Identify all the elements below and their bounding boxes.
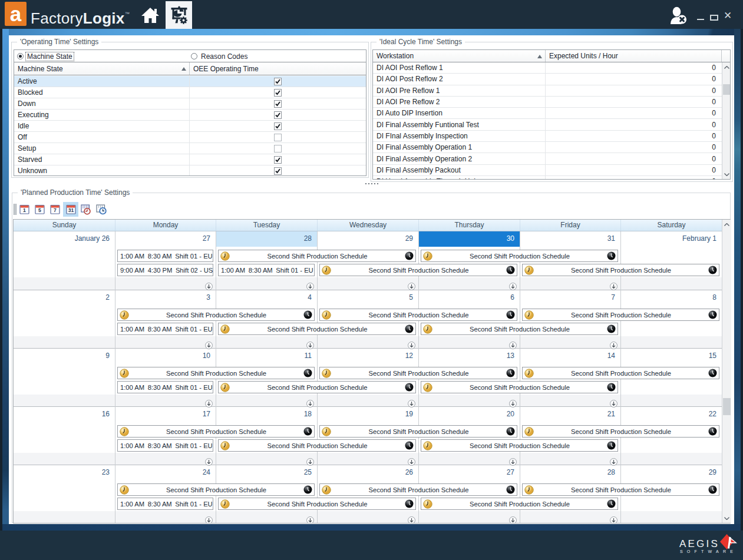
time-scale-button[interactable]: [94, 202, 109, 217]
day-cell-date-label[interactable]: 14: [520, 352, 620, 360]
calendar-event[interactable]: Second Shift Production Schedule: [117, 367, 315, 379]
more-events-button[interactable]: [306, 458, 314, 466]
calendar-event[interactable]: Second Shift Production Schedule: [117, 309, 315, 321]
day-cell-date-label[interactable]: 4: [216, 293, 317, 302]
more-events-button[interactable]: [509, 342, 517, 349]
machine-state-row[interactable]: Unknown: [14, 165, 366, 176]
radio-reason-codes[interactable]: Reason Codes: [191, 51, 249, 61]
work-week-view-button[interactable]: 5: [32, 202, 47, 217]
calendar-event[interactable]: Second Shift Production Schedule: [421, 439, 618, 452]
column-header-expected-units[interactable]: Expected Units / Hour: [545, 50, 721, 62]
calendar-event[interactable]: Second Shift Production Schedule: [522, 425, 719, 438]
workstation-row[interactable]: DI Final Assembly Operation 10: [373, 142, 730, 153]
checkbox-unchecked[interactable]: [274, 134, 282, 141]
column-header-workstation[interactable]: Workstation: [373, 50, 545, 62]
day-cell-date-label[interactable]: 12: [317, 352, 418, 360]
day-cell-date-label[interactable]: 27: [115, 234, 216, 243]
maximize-button[interactable]: [709, 11, 719, 21]
day-cell-date-label[interactable]: 24: [115, 468, 216, 477]
calendar-event[interactable]: Second Shift Production Schedule: [522, 367, 719, 379]
day-cell-date-label[interactable]: 16: [14, 410, 115, 419]
workstation-row[interactable]: DI AOI Pre Reflow 20: [373, 97, 730, 108]
day-cell-date-label[interactable]: 25: [216, 468, 317, 477]
checkbox-checked[interactable]: [274, 78, 282, 85]
machine-state-row[interactable]: Active: [14, 76, 366, 87]
checkbox-checked[interactable]: [274, 122, 282, 130]
workstation-grid-vertical-scrollbar[interactable]: [722, 62, 731, 179]
more-events-button[interactable]: [509, 283, 517, 290]
day-cell-date-label[interactable]: 20: [418, 410, 520, 419]
machine-state-row[interactable]: Blocked: [14, 87, 366, 98]
day-cell-date-label[interactable]: 28: [520, 468, 620, 477]
day-cell-date-label[interactable]: 22: [620, 410, 722, 419]
more-events-button[interactable]: [306, 283, 314, 290]
day-cell-date-label[interactable]: 3: [115, 293, 216, 302]
calendar-event[interactable]: 1:00 AM 8:30 AM Shift 01 - EU: [117, 498, 213, 510]
calendar-event[interactable]: Second Shift Production Schedule: [319, 483, 517, 496]
calendar-event[interactable]: Second Shift Production Schedule: [522, 264, 719, 276]
calendar-vertical-scrollbar[interactable]: [722, 220, 731, 523]
calendar-event[interactable]: Second Shift Production Schedule: [218, 381, 416, 393]
checkbox-checked[interactable]: [274, 100, 282, 108]
more-events-button[interactable]: [205, 342, 213, 349]
day-cell-date-label[interactable]: 9: [14, 352, 115, 360]
scroll-down-button[interactable]: [722, 170, 731, 179]
workstation-row[interactable]: DI AOI Pre Reflow 10: [373, 85, 730, 97]
more-events-button[interactable]: [408, 458, 415, 466]
more-events-button[interactable]: [408, 283, 415, 290]
more-events-button[interactable]: [509, 400, 517, 407]
day-cell-date-label[interactable]: 8: [620, 293, 722, 302]
calendar-event[interactable]: Second Shift Production Schedule: [218, 498, 416, 510]
day-cell-date-label[interactable]: 10: [115, 352, 216, 360]
day-cell-date-label[interactable]: 21: [520, 410, 620, 419]
day-cell-date-label[interactable]: 18: [216, 410, 317, 419]
machine-state-row[interactable]: Idle: [14, 121, 366, 132]
month-view-button[interactable]: 31: [63, 202, 78, 217]
column-header-oee-operating-time[interactable]: OEE Operating Time: [189, 62, 366, 75]
day-cell-date-label[interactable]: 19: [317, 410, 418, 419]
more-events-button[interactable]: [408, 400, 415, 407]
calendar-event[interactable]: 1:00 AM 8:30 AM Shift 01 - EU: [117, 250, 213, 262]
more-events-button[interactable]: [610, 283, 617, 290]
workstation-row[interactable]: DI AOI Post Reflow 20: [373, 74, 730, 85]
scroll-thumb[interactable]: [723, 84, 731, 95]
calendar-event[interactable]: Second Shift Production Schedule: [421, 381, 618, 393]
checkbox-checked[interactable]: [274, 89, 282, 97]
day-cell-date-label[interactable]: 23: [14, 468, 115, 477]
more-events-button[interactable]: [408, 516, 415, 523]
workstation-row[interactable]: DI Final Assembly Packout0: [373, 165, 730, 176]
checkbox-unchecked[interactable]: [274, 145, 282, 153]
scroll-thumb[interactable]: [723, 398, 731, 415]
close-button[interactable]: ✕: [722, 11, 733, 21]
week-view-button[interactable]: 7: [47, 202, 62, 217]
more-events-button[interactable]: [306, 516, 314, 523]
more-events-button[interactable]: [610, 516, 617, 523]
more-events-button[interactable]: [408, 342, 415, 349]
more-events-button[interactable]: [205, 283, 213, 290]
day-view-button[interactable]: 1: [16, 202, 32, 217]
calendar-event[interactable]: Second Shift Production Schedule: [319, 425, 517, 438]
day-cell-date-label[interactable]: 29: [317, 234, 418, 243]
more-events-button[interactable]: [205, 516, 213, 523]
more-events-button[interactable]: [509, 516, 517, 523]
oee-settings-button[interactable]: [166, 1, 192, 29]
calendar-event[interactable]: Second Shift Production Schedule: [218, 250, 416, 262]
workstation-row[interactable]: DI FInal Assembly Inspection0: [373, 131, 730, 142]
calendar-event[interactable]: Second Shift Production Schedule: [421, 498, 618, 510]
day-cell-date-label[interactable]: 5: [317, 293, 418, 302]
day-cell-date-label[interactable]: 6: [418, 293, 520, 302]
timeline-view-button[interactable]: [78, 202, 94, 217]
workstation-row[interactable]: DI Final Assembly Funtional Test0: [373, 120, 730, 131]
calendar-event[interactable]: 9:00 AM 4:30 PM Shift 02 - US: [117, 264, 213, 276]
checkbox-checked[interactable]: [274, 156, 282, 164]
calendar-event[interactable]: 1:00 AM 8:30 AM Shift 01 - EU: [117, 323, 213, 335]
calendar-event[interactable]: Second Shift Production Schedule: [522, 309, 719, 321]
day-cell-date-label[interactable]: 15: [620, 352, 722, 360]
day-cell-date-label[interactable]: 7: [520, 293, 620, 302]
day-cell-date-label[interactable]: 29: [620, 468, 722, 477]
more-events-button[interactable]: [610, 400, 617, 407]
day-cell-date-label[interactable]: January 26: [14, 234, 115, 243]
more-events-button[interactable]: [509, 458, 517, 466]
calendar-event[interactable]: 1:00 AM 8:30 AM Shift 01 - EU: [218, 264, 315, 276]
calendar-event[interactable]: Second Shift Production Schedule: [421, 250, 618, 262]
